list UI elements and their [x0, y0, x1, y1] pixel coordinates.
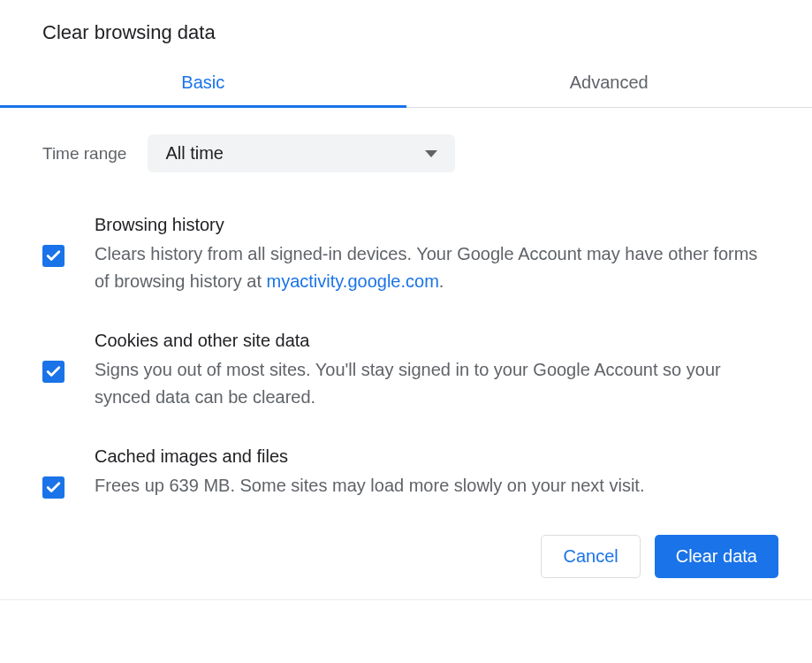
cookies-row: Cookies and other site data Signs you ou… — [42, 331, 770, 411]
browsing-history-row: Browsing history Clears history from all… — [42, 215, 770, 295]
checkmark-icon — [45, 363, 62, 380]
tab-content-basic: Time range All time Browsing history Cle… — [0, 108, 812, 499]
cache-desc: Frees up 639 MB. Some sites may load mor… — [95, 472, 770, 499]
myactivity-link[interactable]: myactivity.google.com — [267, 271, 439, 291]
cookies-content: Cookies and other site data Signs you ou… — [95, 331, 770, 411]
checkmark-icon — [45, 248, 62, 264]
time-range-value: All time — [165, 143, 224, 164]
cookies-desc: Signs you out of most sites. You'll stay… — [95, 356, 770, 411]
time-range-label: Time range — [42, 144, 126, 164]
browsing-history-content: Browsing history Clears history from all… — [95, 215, 770, 295]
chevron-down-icon — [425, 150, 437, 157]
cache-title: Cached images and files — [95, 446, 770, 467]
cache-checkbox[interactable] — [42, 476, 65, 499]
cancel-button[interactable]: Cancel — [541, 535, 640, 578]
browsing-history-desc-after: . — [439, 271, 444, 291]
footer-divider — [0, 599, 812, 600]
tab-basic[interactable]: Basic — [0, 60, 406, 107]
cookies-title: Cookies and other site data — [95, 331, 770, 351]
checkmark-icon — [45, 479, 62, 496]
browsing-history-checkbox[interactable] — [42, 245, 65, 267]
clear-browsing-data-dialog: Clear browsing data Basic Advanced Time … — [0, 0, 812, 600]
dialog-title: Clear browsing data — [0, 0, 812, 60]
cache-content: Cached images and files Frees up 639 MB.… — [95, 446, 770, 499]
cookies-checkbox[interactable] — [42, 361, 65, 383]
clear-data-button[interactable]: Clear data — [655, 535, 778, 578]
dialog-actions: Cancel Clear data — [0, 535, 812, 599]
browsing-history-desc: Clears history from all signed-in device… — [95, 240, 770, 295]
browsing-history-title: Browsing history — [95, 215, 770, 235]
cache-row: Cached images and files Frees up 639 MB.… — [42, 446, 770, 499]
time-range-row: Time range All time — [42, 134, 770, 172]
tab-advanced[interactable]: Advanced — [406, 60, 813, 107]
time-range-select[interactable]: All time — [148, 134, 455, 172]
tabs: Basic Advanced — [0, 60, 812, 108]
